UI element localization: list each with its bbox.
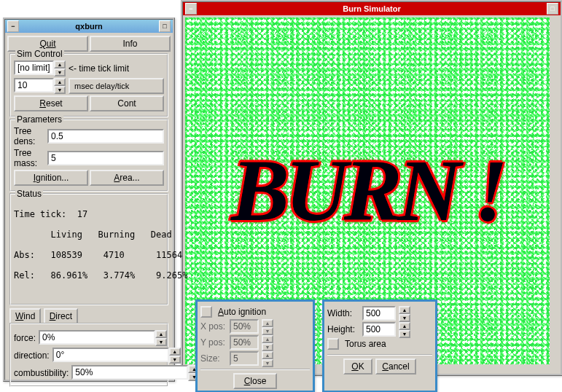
ignition-dialog: Auto ignition X pos: ▲▼ Y pos: ▲▼ Size: … bbox=[195, 299, 315, 392]
width-input[interactable] bbox=[362, 306, 396, 321]
ok-button[interactable]: OK bbox=[343, 358, 372, 375]
tree-mass-input[interactable] bbox=[47, 151, 164, 165]
time-tick-line: Time tick: 17 bbox=[14, 209, 164, 219]
close-button[interactable]: Close bbox=[233, 373, 277, 389]
maximize-icon[interactable]: □ bbox=[159, 20, 171, 32]
ypos-input bbox=[230, 335, 259, 350]
size-input bbox=[230, 351, 259, 366]
size-label: Size: bbox=[200, 353, 227, 364]
cont-button[interactable]: Cont bbox=[90, 95, 164, 111]
torus-label: Torus area bbox=[345, 339, 386, 349]
width-spinner[interactable]: ▲▼ bbox=[399, 306, 410, 321]
ignition-button[interactable]: Ignition... bbox=[14, 170, 88, 186]
size-spinner: ▲▼ bbox=[262, 351, 273, 366]
time-limit-hint: <- time tick limit bbox=[69, 63, 129, 74]
force-spinner[interactable]: ▲▼ bbox=[155, 330, 167, 346]
qxburn-window: − qxburn □ Quit Info Sim Control ▲▼ <- t… bbox=[3, 17, 175, 382]
qxburn-titlebar[interactable]: − qxburn □ bbox=[5, 20, 173, 33]
sim-control-frame: Sim Control ▲▼ <- time tick limit ▲▼ mse… bbox=[9, 53, 168, 117]
xpos-spinner: ▲▼ bbox=[262, 319, 273, 334]
window-menu-icon[interactable]: − bbox=[7, 20, 19, 32]
combustibility-label: combustibility: bbox=[14, 368, 69, 378]
xpos-label: X pos: bbox=[200, 321, 227, 332]
force-input[interactable] bbox=[39, 330, 155, 345]
direction-input[interactable] bbox=[52, 348, 169, 362]
burn-simulator-title: Burn Simulator bbox=[198, 2, 546, 15]
ypos-label: Y pos: bbox=[200, 337, 227, 348]
maximize-icon[interactable]: □ bbox=[547, 3, 558, 15]
combustibility-input[interactable] bbox=[71, 365, 188, 380]
status-frame: Status Time tick: 17 Living Burning Dead… bbox=[9, 193, 168, 305]
qxburn-title: qxburn bbox=[20, 20, 158, 33]
delay-hint-button[interactable]: msec delay/tick bbox=[69, 78, 164, 94]
xpos-input bbox=[230, 319, 259, 334]
force-label: force: bbox=[14, 333, 36, 343]
height-spinner[interactable]: ▲▼ bbox=[399, 322, 410, 337]
stat-abs: Abs: 108539 4710 11564 bbox=[14, 250, 164, 260]
tab-direct[interactable]: Direct bbox=[44, 308, 78, 323]
tree-dens-input[interactable] bbox=[47, 129, 164, 144]
time-limit-spinner[interactable]: ▲▼ bbox=[54, 60, 66, 77]
wind-panel: force: ▲▼ direction: ▲▼ combustibility: … bbox=[9, 323, 168, 387]
sim-control-label: Sim Control bbox=[15, 49, 64, 59]
parameters-label: Parameters bbox=[15, 114, 63, 125]
width-label: Width: bbox=[327, 308, 359, 318]
delay-input[interactable] bbox=[14, 78, 54, 93]
tree-mass-label: Tree mass: bbox=[14, 148, 44, 168]
area-button[interactable]: Area... bbox=[90, 170, 164, 186]
reset-button[interactable]: RReseteset bbox=[14, 95, 88, 111]
direction-label: direction: bbox=[14, 350, 50, 361]
auto-ignition-checkbox[interactable] bbox=[200, 306, 212, 318]
auto-ignition-label: Auto ignition bbox=[218, 307, 266, 317]
direction-spinner[interactable]: ▲▼ bbox=[169, 348, 181, 364]
torus-checkbox[interactable] bbox=[327, 338, 339, 350]
tree-dens-label: Tree dens: bbox=[14, 126, 44, 146]
info-button[interactable]: Info bbox=[90, 36, 171, 52]
stat-headers: Living Burning Dead bbox=[14, 230, 164, 240]
stat-rel: Rel: 86.961% 3.774% 9.265% bbox=[14, 270, 164, 281]
delay-spinner[interactable]: ▲▼ bbox=[54, 78, 66, 94]
height-input[interactable] bbox=[362, 322, 396, 337]
window-menu-icon[interactable]: − bbox=[185, 3, 197, 15]
canvas-text: BURN ! bbox=[231, 141, 504, 241]
parameters-frame: Parameters Tree dens: Tree mass: Ignitio… bbox=[9, 119, 168, 192]
burn-simulator-titlebar[interactable]: − Burn Simulator □ bbox=[183, 2, 561, 15]
height-label: Height: bbox=[327, 324, 359, 334]
status-label: Status bbox=[15, 189, 43, 199]
area-dialog: Width: ▲▼ Height: ▲▼ Torus area OK Cance… bbox=[322, 299, 437, 392]
tab-wind[interactable]: Wind bbox=[9, 308, 41, 323]
ypos-spinner: ▲▼ bbox=[262, 335, 273, 350]
time-limit-input[interactable] bbox=[14, 60, 54, 75]
cancel-button[interactable]: Cancel bbox=[375, 358, 416, 375]
